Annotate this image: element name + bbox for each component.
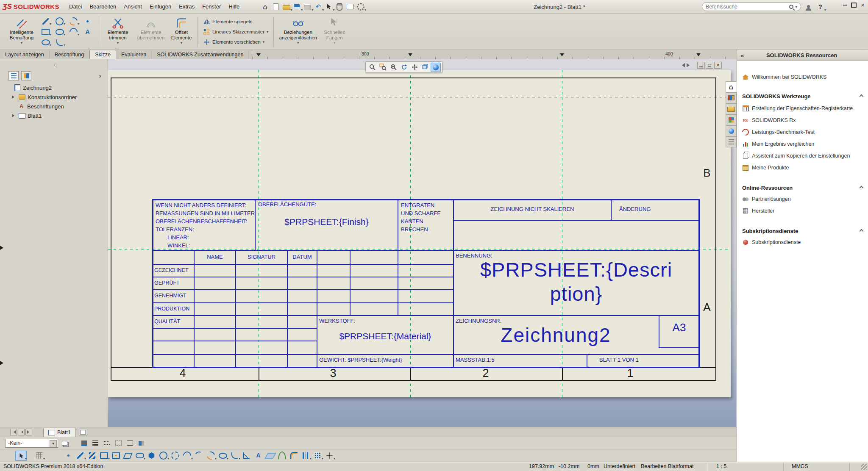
polygon-tool-icon[interactable] [146, 451, 157, 461]
dropdown-caret-icon[interactable]: ▾ [267, 30, 269, 34]
show-edge-icon[interactable] [125, 438, 135, 448]
scroll-right-button[interactable] [25, 429, 32, 435]
move-entities-button[interactable]: Elemente verschieben ▾ [201, 37, 270, 47]
pane-splitter-arrow-icon[interactable] [0, 361, 6, 365]
welcome-link[interactable]: Willkommen bei SOLIDWORKS [737, 72, 868, 82]
collapse-chevron-icon[interactable] [860, 186, 864, 190]
menu-bearbeiten[interactable]: Bearbeiten [86, 1, 120, 12]
tab-zusatzanwendungen[interactable]: SOLIDWORKS Zusatzanwendungen [152, 50, 249, 59]
perimeter-circle-tool-icon[interactable] [170, 451, 181, 461]
linear-sketch-pattern-button[interactable]: Lineares Skizzenmuster ▾ [201, 27, 270, 37]
display-style-icon[interactable] [431, 63, 441, 72]
design-library-tab[interactable] [726, 92, 737, 103]
sketch-text-tool-icon[interactable] [253, 451, 264, 461]
line-thickness-icon[interactable] [90, 438, 100, 448]
mouse-gestures-icon[interactable] [334, 2, 345, 12]
viewport-restore-button[interactable] [706, 62, 713, 69]
display-manager-tab[interactable] [21, 71, 31, 80]
tab-beschriftung[interactable]: Beschriftung [50, 50, 89, 59]
spline-tool-icon[interactable] [205, 451, 217, 461]
collapse-chevron-icon[interactable] [860, 229, 864, 233]
point-tool-icon[interactable] [63, 451, 74, 461]
scroll-first-button[interactable] [10, 429, 17, 435]
dropdown-caret-icon[interactable]: ▾ [181, 41, 183, 45]
ribbon-ellipse-tool-icon[interactable] [40, 37, 51, 47]
surface-finish-value[interactable]: $PRPSHEET:{Finish} [256, 217, 398, 227]
pin-menu-icon[interactable] [243, 2, 254, 12]
sheet-properties-icon[interactable] [345, 2, 355, 12]
menu-ansicht[interactable]: Ansicht [120, 1, 146, 12]
item-copy-settings-wizard[interactable]: Assistent zum Kopieren der Einstellungen [737, 151, 868, 161]
graphics-area[interactable]: 4 3 2 1 B A [108, 59, 736, 427]
ribbon-spline-tool-icon[interactable] [68, 16, 79, 26]
viewport-close-button[interactable]: × [714, 62, 722, 69]
menu-datei[interactable]: Datei [65, 1, 86, 12]
select-icon[interactable] [323, 2, 334, 12]
deburr-note[interactable]: ENTGRATEN UND SCHARFE KANTEN BRECHEN [401, 201, 441, 233]
dropdown-caret-icon[interactable]: ▾ [21, 41, 23, 45]
command-search[interactable]: ▾ [702, 2, 801, 11]
ribbon-rectangle-tool-icon[interactable] [40, 27, 51, 37]
zoom-to-area-icon[interactable] [378, 63, 388, 72]
move-entities-tool-icon[interactable] [324, 451, 335, 461]
display-delete-relations-button[interactable]: Beziehungen anzeigen/löschen ▾ [277, 15, 319, 45]
hide-edge-icon[interactable] [113, 438, 123, 448]
item-compare-results[interactable]: Mein Ergebnis vergleichen [737, 139, 868, 149]
tolerance-notes[interactable]: WENN NICHT ANDERS DEFINIERT: BEMASSUNGEN… [156, 201, 255, 249]
custom-properties-tab[interactable] [726, 136, 737, 147]
collapse-pane-icon[interactable] [740, 52, 744, 59]
smart-dimension-button[interactable]: Intelligente Bemaßung ▾ [3, 15, 40, 45]
trim-entities-button[interactable]: Elemente trimmen ▾ [102, 15, 134, 45]
ribbon-circle-tool-icon[interactable] [54, 16, 65, 26]
minimize-button[interactable] [840, 1, 849, 9]
solidworks-resources-tab[interactable] [726, 81, 737, 92]
centerpoint-arc-tool-icon[interactable] [181, 451, 193, 461]
straight-slot-tool-icon[interactable] [134, 451, 145, 461]
parallelogram-tool-icon[interactable] [122, 451, 134, 461]
line-style-icon[interactable] [102, 438, 112, 448]
center-rectangle-tool-icon[interactable] [110, 451, 122, 461]
pin-pane-icon[interactable] [860, 53, 865, 58]
login-user-icon[interactable] [803, 2, 814, 12]
sheet-scale[interactable]: 1 : 5 [716, 463, 726, 469]
search-icon[interactable] [789, 5, 793, 9]
drawing-title-value[interactable]: $PRPSHEET:{Descri ption} [454, 258, 698, 306]
plane-tool-icon[interactable] [264, 451, 276, 461]
line-tool-icon[interactable] [75, 451, 86, 461]
ribbon-text-tool-icon[interactable] [82, 27, 93, 37]
ellipse-tool-icon[interactable] [217, 451, 228, 461]
color-display-mode-icon[interactable] [136, 438, 146, 448]
offset-entities-tool-icon[interactable] [288, 451, 300, 461]
item-partner-solutions[interactable]: Partnerlösungen [737, 194, 868, 204]
view-orientation-icon[interactable] [420, 63, 430, 72]
item-my-products[interactable]: Meine Produkte [737, 163, 868, 173]
close-button[interactable] [858, 1, 867, 9]
splitter-handle[interactable] [54, 64, 57, 66]
sheet-tab-blatt1[interactable]: Blatt1 [43, 428, 75, 437]
tab-skizze[interactable]: Skizze [89, 50, 116, 59]
title-block[interactable]: WENN NICHT ANDERS DEFINIERT: BEMASSUNGEN… [152, 199, 700, 368]
drawing-number-value[interactable]: Zeichnung2 [453, 324, 659, 346]
sketch-fillet-tool-icon[interactable] [229, 451, 240, 461]
line-color-icon[interactable] [79, 438, 89, 448]
tree-item-blatt1[interactable]: Blatt1 [0, 111, 108, 120]
centerline-tool-icon[interactable] [86, 451, 98, 461]
section-solidworks-werkzeuge[interactable]: SOLIDWORKS Werkzeuge [737, 91, 868, 101]
tree-item-konstruktionsordner[interactable]: Konstruktionsordner [0, 92, 108, 102]
convert-entities-tool-icon[interactable] [276, 451, 288, 461]
collapse-chevron-icon[interactable] [860, 94, 864, 98]
ribbon-arc-tool-icon[interactable] [68, 27, 79, 37]
mirror-entities-button[interactable]: Elemente spiegeln [201, 17, 270, 27]
tree-root-zeichnung2[interactable]: Zeichnung2 [0, 83, 108, 92]
feature-tree-tab[interactable] [8, 71, 19, 80]
item-property-tab-builder[interactable]: Erstellung der Eigenschaften-Registerkar… [737, 103, 868, 114]
rotate-view-icon[interactable] [399, 63, 409, 72]
pane-splitter-arrow-icon[interactable] [0, 246, 6, 250]
dropdown-caret-icon[interactable]: ▾ [297, 41, 299, 45]
layer-combo[interactable]: -Kein- [5, 439, 58, 448]
layer-properties-icon[interactable] [59, 438, 70, 448]
add-sheet-button[interactable] [79, 429, 87, 435]
new-document-icon[interactable] [270, 2, 281, 12]
tab-layout-anzeigen[interactable]: Layout anzeigen [0, 50, 50, 59]
panel-flyout-arrow-icon[interactable] [97, 72, 103, 79]
